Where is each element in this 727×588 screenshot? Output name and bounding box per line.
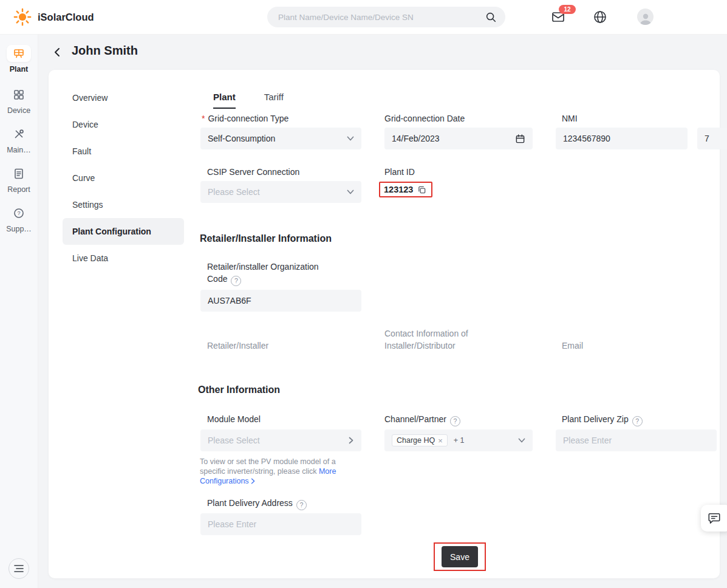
- brand: iSolarCloud: [13, 8, 94, 26]
- subnav-item-settings[interactable]: Settings: [63, 191, 184, 218]
- support-icon: ?: [7, 205, 31, 222]
- channel-partner-select[interactable]: Charge HQ × + 1: [384, 429, 533, 451]
- module-model-select[interactable]: Please Select: [200, 429, 361, 451]
- help-icon[interactable]: ?: [231, 276, 241, 286]
- report-icon: [7, 165, 31, 182]
- page-title: John Smith: [72, 44, 138, 58]
- menu-icon: [14, 564, 24, 573]
- help-icon[interactable]: ?: [450, 416, 460, 426]
- module-model-placeholder: Please Select: [208, 436, 349, 445]
- brand-name: iSolarCloud: [38, 12, 94, 23]
- chevron-right-icon[interactable]: [251, 478, 256, 484]
- subnav-item-overview[interactable]: Overview: [63, 84, 184, 111]
- grid-connection-date-value: 14/Feb/2023: [392, 134, 515, 143]
- module-model-helper-text: To view or set the PV module model of a …: [200, 457, 353, 486]
- device-icon: [7, 86, 31, 103]
- other-information-section-title: Other Information: [198, 385, 280, 395]
- csip-placeholder: Please Select: [208, 187, 347, 197]
- plant-configuration-card: Overview Device Fault Curve Settings Pla…: [49, 70, 720, 578]
- tab-plant[interactable]: Plant: [213, 92, 236, 109]
- copy-icon[interactable]: [417, 185, 426, 194]
- help-icon[interactable]: ?: [296, 500, 307, 510]
- subnav-item-device[interactable]: Device: [63, 111, 184, 138]
- cutoff-field-value: 7: [705, 134, 709, 143]
- required-mark: *: [202, 114, 205, 123]
- subnav-item-live-data[interactable]: Live Data: [63, 245, 184, 272]
- contact-info-label: Contact Information of Installer/Distrib…: [384, 327, 497, 352]
- save-annotation-box: Save: [434, 542, 486, 571]
- save-button[interactable]: Save: [442, 546, 478, 567]
- more-tags-count: + 1: [454, 436, 518, 445]
- plant-id-annotation-box: 123123: [379, 182, 432, 197]
- sidebar-item-report[interactable]: Report: [0, 165, 38, 194]
- tag-label: Charge HQ: [397, 436, 435, 445]
- chat-icon: [708, 511, 721, 525]
- main-sidebar: Plant Device Main… Report: [0, 34, 38, 588]
- sidebar-item-label: Report: [0, 185, 38, 194]
- feedback-chat-button[interactable]: [701, 505, 727, 532]
- sidebar-item-label: Plant: [0, 65, 38, 74]
- search-input[interactable]: [267, 13, 485, 22]
- sidebar-item-label: Device: [0, 106, 38, 115]
- org-code-input[interactable]: [200, 290, 361, 312]
- chevron-down-icon: [347, 136, 354, 142]
- svg-text:?: ?: [17, 210, 20, 216]
- plant-id-value: 123123: [384, 185, 413, 194]
- back-button[interactable]: [52, 47, 63, 58]
- global-search[interactable]: [267, 7, 505, 27]
- subnav-item-plant-configuration[interactable]: Plant Configuration: [63, 218, 184, 245]
- maintenance-icon: [7, 126, 31, 143]
- avatar[interactable]: [637, 9, 654, 25]
- chevron-right-icon: [349, 437, 354, 444]
- retailer-installer-label: Retailer/Installer: [207, 340, 268, 352]
- plant-id-label: Plant ID: [384, 166, 415, 178]
- search-icon[interactable]: [485, 11, 497, 23]
- remove-tag-icon[interactable]: ×: [438, 437, 443, 445]
- sidebar-collapse-button[interactable]: [9, 558, 29, 579]
- grid-connection-type-select[interactable]: Self-Consumption: [200, 128, 361, 149]
- retailer-installer-section-title: Retailer/Installer Information: [200, 233, 332, 244]
- email-label: Email: [562, 340, 583, 352]
- sidebar-item-maintenance[interactable]: Main…: [0, 126, 38, 154]
- sidebar-item-support[interactable]: ? Supp…: [0, 205, 38, 233]
- globe-icon[interactable]: [593, 10, 607, 24]
- grid-connection-type-value: Self-Consumption: [208, 134, 347, 143]
- plant-delivery-zip-input[interactable]: [556, 429, 717, 451]
- sidebar-item-label: Supp…: [0, 225, 38, 233]
- subnav-item-curve[interactable]: Curve: [63, 165, 184, 191]
- subnav-item-fault[interactable]: Fault: [63, 138, 184, 165]
- channel-partner-tag: Charge HQ ×: [392, 434, 448, 446]
- grid-connection-date-label: Grid-connection Date: [384, 112, 465, 125]
- plant-icon: [7, 45, 31, 62]
- help-icon[interactable]: ?: [632, 416, 643, 426]
- calendar-icon: [515, 134, 525, 144]
- sidebar-item-label: Main…: [0, 146, 38, 154]
- plant-subnav: Overview Device Fault Curve Settings Pla…: [63, 84, 184, 272]
- plant-delivery-address-label: Plant Delivery Address?: [207, 497, 307, 510]
- sidebar-item-plant[interactable]: Plant: [0, 45, 38, 74]
- chevron-down-icon: [347, 190, 354, 195]
- sidebar-item-device[interactable]: Device: [0, 86, 38, 115]
- isolarcloud-logo-icon: [13, 8, 32, 26]
- grid-connection-type-label: *Grid-connection Type: [202, 112, 288, 125]
- unread-count-badge: 12: [559, 5, 576, 14]
- module-model-label: Module Model: [207, 413, 261, 425]
- cutoff-field[interactable]: 7: [697, 128, 727, 149]
- nmi-label: NMI: [562, 112, 578, 125]
- plant-delivery-zip-label: Plant Delivery Zip?: [562, 413, 643, 426]
- channel-partner-label: Channel/Partner?: [384, 413, 460, 426]
- tab-tariff[interactable]: Tariff: [264, 92, 284, 109]
- csip-server-connection-select[interactable]: Please Select: [200, 181, 361, 203]
- csip-server-connection-label: CSIP Server Connection: [207, 166, 299, 178]
- plant-delivery-address-input[interactable]: [200, 513, 361, 535]
- nmi-input[interactable]: [556, 128, 688, 149]
- chevron-down-icon: [518, 438, 525, 443]
- grid-connection-date-picker[interactable]: 14/Feb/2023: [384, 128, 533, 149]
- org-code-label: Retailer/installer Organization Code?: [207, 261, 338, 286]
- top-header: iSolarCloud 12: [0, 0, 727, 35]
- config-tabs: Plant Tariff: [213, 92, 284, 109]
